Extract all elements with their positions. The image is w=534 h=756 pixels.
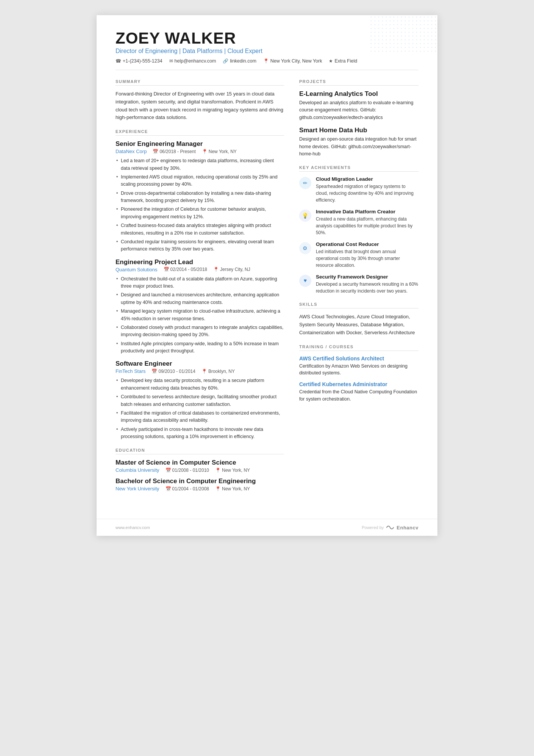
- project-entry-1: E-Learning Analytics Tool Developed an a…: [299, 90, 418, 121]
- achievement-title-4: Security Framework Designer: [316, 274, 418, 280]
- pin-icon-edu2: 📍: [215, 486, 221, 491]
- footer-website: www.enhancv.com: [116, 525, 150, 530]
- footer-powered-by-label: Powered by: [362, 525, 384, 530]
- linkedin-icon: 🔗: [223, 58, 228, 64]
- job-entry-3: Software Engineer FinTech Stars 📅 09/201…: [116, 360, 284, 440]
- contact-linkedin: 🔗 linkedin.com: [223, 58, 256, 64]
- edu-degree-1: Master of Science in Computer Science: [116, 459, 284, 466]
- achievement-desc-4: Developed a security framework resulting…: [316, 281, 418, 294]
- calendar-icon-3: 📅: [151, 369, 157, 374]
- job-entry-2: Engineering Project Lead Quantum Solutio…: [116, 258, 284, 355]
- page-footer: www.enhancv.com Powered by Enhancv: [97, 519, 437, 536]
- achievement-content-2: Innovative Data Platform Creator Created…: [316, 209, 418, 236]
- job-dates-1: 📅 06/2018 - Present: [153, 149, 195, 154]
- job-location-1: 📍 New York, NY: [202, 149, 237, 154]
- resume-header: ZOEY WALKER Director of Engineering | Da…: [116, 30, 418, 70]
- skills-text: AWS Cloud Technologies, Azure Cloud Inte…: [299, 313, 418, 337]
- edu-entry-1: Master of Science in Computer Science Co…: [116, 459, 284, 473]
- job-dates-3: 📅 09/2010 - 01/2014: [151, 369, 195, 374]
- bullet-1-3: Drove cross-departmental collaboration b…: [116, 190, 284, 205]
- calendar-icon-edu1: 📅: [166, 468, 171, 473]
- job-company-3: FinTech Stars: [116, 368, 145, 374]
- star-icon: ★: [329, 58, 333, 64]
- bullet-3-4: Actively participated in cross-team hack…: [116, 426, 284, 441]
- resume-content: ZOEY WALKER Director of Engineering | Da…: [97, 15, 437, 519]
- achievement-1: ✏ Cloud Migration Leader Spearheaded mig…: [299, 176, 418, 203]
- gear-icon: ⚙: [303, 245, 308, 252]
- training-entry-1: AWS Certified Solutions Architect Certif…: [299, 355, 418, 377]
- resume-page: ZOEY WALKER Director of Engineering | Da…: [97, 15, 437, 536]
- project-desc-1: Developed an analytics platform to evalu…: [299, 99, 418, 121]
- edu-location-1: 📍 New York, NY: [215, 468, 250, 473]
- pin-icon-3: 📍: [201, 369, 207, 374]
- achievement-title-1: Cloud Migration Leader: [316, 176, 418, 182]
- training-title-2: Certified Kubernetes Administrator: [299, 381, 418, 387]
- achievements-section-header: KEY ACHIEVEMENTS: [299, 165, 418, 172]
- achievement-content-4: Security Framework Designer Developed a …: [316, 274, 418, 294]
- calendar-icon-2: 📅: [164, 267, 169, 272]
- job-title-1: Senior Engineering Manager: [116, 140, 284, 148]
- location-icon: 📍: [263, 58, 269, 64]
- training-entry-2: Certified Kubernetes Administrator Crede…: [299, 381, 418, 403]
- edu-meta-1: Columbia University 📅 01/2008 - 01/2010 …: [116, 467, 284, 473]
- bullet-2-2: Designed and launched a microservices ar…: [116, 291, 284, 306]
- contact-email: ✉ help@enhancv.com: [169, 58, 216, 64]
- calendar-icon-1: 📅: [153, 149, 158, 154]
- bullet-2-4: Collaborated closely with product manage…: [116, 324, 284, 339]
- achievement-icon-wrap-3: ⚙: [299, 242, 311, 254]
- job-entry-1: Senior Engineering Manager DataNex Corp …: [116, 140, 284, 253]
- job-company-1: DataNex Corp: [116, 149, 147, 154]
- skills-section-header: SKILLS: [299, 302, 418, 308]
- achievement-desc-1: Spearheaded migration of legacy systems …: [316, 183, 418, 203]
- footer-brand: Powered by Enhancv: [362, 524, 418, 531]
- contact-bar: ☎ +1-(234)-555-1234 ✉ help@enhancv.com 🔗…: [116, 58, 418, 64]
- calendar-icon-edu2: 📅: [166, 486, 171, 491]
- job-title-3: Software Engineer: [116, 360, 284, 368]
- summary-section-header: SUMMARY: [116, 79, 284, 86]
- pin-icon-edu1: 📍: [215, 468, 221, 473]
- enhancv-brand-name: Enhancv: [397, 525, 418, 531]
- projects-section-header: PROJECTS: [299, 79, 418, 86]
- achievement-icon-wrap-2: 💡: [299, 210, 311, 222]
- edu-dates-1: 📅 01/2008 - 01/2010: [166, 468, 209, 473]
- bullet-3-2: Contributed to serverless architecture d…: [116, 393, 284, 408]
- email-icon: ✉: [169, 58, 173, 64]
- lightbulb-icon: 💡: [302, 213, 308, 219]
- training-desc-2: Credential from the Cloud Native Computi…: [299, 388, 418, 403]
- achievement-icon-wrap-4: ♥: [299, 275, 311, 287]
- achievement-desc-3: Led initiatives that brought down annual…: [316, 248, 418, 269]
- right-column: PROJECTS E-Learning Analytics Tool Devel…: [299, 78, 418, 496]
- project-desc-2: Designed an open-source data integration…: [299, 136, 418, 158]
- job-location-3: 📍 Brooklyn, NY: [201, 369, 235, 374]
- achievement-title-2: Innovative Data Platform Creator: [316, 209, 418, 214]
- job-company-2: Quantum Solutions: [116, 267, 158, 272]
- job-title-2: Engineering Project Lead: [116, 258, 284, 266]
- bullet-1-1: Led a team of 20+ engineers to redesign …: [116, 157, 284, 172]
- achievement-title-3: Operational Cost Reducer: [316, 241, 418, 247]
- job-meta-1: DataNex Corp 📅 06/2018 - Present 📍 New Y…: [116, 149, 284, 154]
- achievement-4: ♥ Security Framework Designer Developed …: [299, 274, 418, 294]
- job-meta-3: FinTech Stars 📅 09/2010 - 01/2014 📍 Broo…: [116, 368, 284, 374]
- job-bullets-2: Orchestrated the build-out of a scalable…: [116, 275, 284, 355]
- edu-school-2: New York University: [116, 486, 159, 491]
- education-section-header: EDUCATION: [116, 448, 284, 454]
- job-bullets-1: Led a team of 20+ engineers to redesign …: [116, 157, 284, 253]
- bullet-2-5: Instituted Agile principles company-wide…: [116, 340, 284, 355]
- bullet-3-1: Developed key data security protocols, r…: [116, 377, 284, 392]
- heart-icon: ♥: [304, 278, 307, 284]
- achievement-content-3: Operational Cost Reducer Led initiatives…: [316, 241, 418, 269]
- pin-icon-1: 📍: [202, 149, 208, 154]
- edu-dates-2: 📅 01/2004 - 01/2008: [166, 486, 209, 491]
- edu-school-1: Columbia University: [116, 467, 159, 473]
- bullet-1-2: Implemented AWS cloud migration, reducin…: [116, 174, 284, 188]
- enhancv-logo-icon: [386, 524, 394, 531]
- edu-degree-2: Bachelor of Science in Computer Engineer…: [116, 477, 284, 485]
- edu-meta-2: New York University 📅 01/2004 - 01/2008 …: [116, 486, 284, 491]
- contact-phone: ☎ +1-(234)-555-1234: [116, 58, 162, 64]
- summary-text: Forward-thinking Director of Engineering…: [116, 90, 284, 122]
- bullet-2-3: Managed legacy system migration to cloud…: [116, 308, 284, 322]
- project-entry-2: Smart Home Data Hub Designed an open-sou…: [299, 127, 418, 158]
- edu-entry-2: Bachelor of Science in Computer Engineer…: [116, 477, 284, 491]
- left-column: SUMMARY Forward-thinking Director of Eng…: [116, 78, 284, 496]
- job-dates-2: 📅 02/2014 - 05/2018: [164, 267, 207, 272]
